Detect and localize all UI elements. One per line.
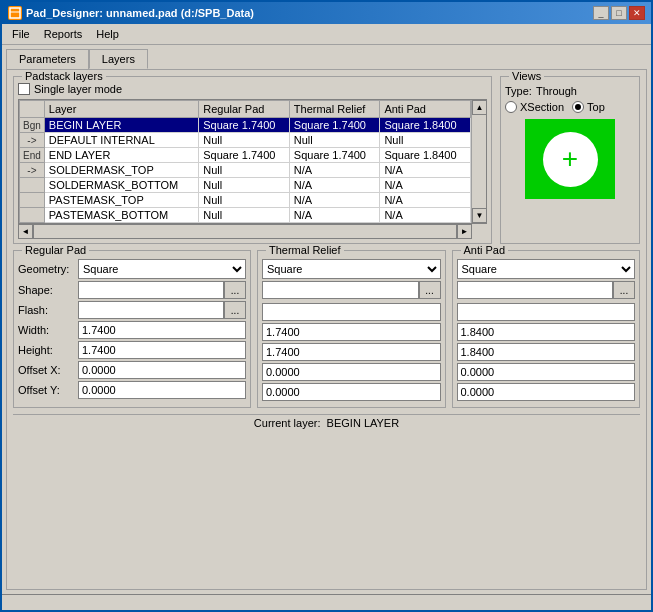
bottom-section: Regular Pad Geometry: Square Shape: bbox=[13, 250, 640, 408]
col-prefix bbox=[20, 101, 45, 118]
row-thermal-4: N/A bbox=[289, 178, 380, 193]
table-row[interactable]: -> SOLDERMASK_TOP Null N/A N/A bbox=[20, 163, 471, 178]
table-row[interactable]: Bgn BEGIN LAYER Square 1.7400 Square 1.7… bbox=[20, 118, 471, 133]
menu-help[interactable]: Help bbox=[90, 26, 125, 42]
offset-y-row: Offset Y: bbox=[18, 381, 246, 399]
table-wrapper: Layer Regular Pad Thermal Relief Anti Pa… bbox=[18, 99, 487, 239]
thermal-shape-browse-button[interactable]: ... bbox=[419, 281, 441, 299]
flash-browse-button[interactable]: ... bbox=[224, 301, 246, 319]
shape-input[interactable] bbox=[78, 281, 224, 299]
row-prefix-0: Bgn bbox=[20, 118, 45, 133]
close-button[interactable]: ✕ bbox=[629, 6, 645, 20]
tab-parameters[interactable]: Parameters bbox=[6, 49, 89, 69]
offset-y-input[interactable] bbox=[78, 381, 246, 399]
type-row: Type: Through bbox=[505, 85, 635, 97]
geometry-select-wrap: Square bbox=[78, 259, 246, 279]
radio-xsection[interactable]: XSection bbox=[505, 101, 564, 113]
thermal-offset-y-input[interactable] bbox=[262, 383, 441, 401]
scroll-up-button[interactable]: ▲ bbox=[472, 100, 487, 115]
row-regular-1: Null bbox=[199, 133, 290, 148]
anti-offset-x-input[interactable] bbox=[457, 363, 636, 381]
table-row[interactable]: PASTEMASK_BOTTOM Null N/A N/A bbox=[20, 208, 471, 223]
anti-shape-browse-button[interactable]: ... bbox=[613, 281, 635, 299]
bottom-status-bar bbox=[2, 594, 651, 610]
row-prefix-1: -> bbox=[20, 133, 45, 148]
radio-top-input[interactable] bbox=[572, 101, 584, 113]
anti-height-input[interactable] bbox=[457, 343, 636, 361]
flash-row: Flash: ... bbox=[18, 301, 246, 319]
thermal-offset-x-input[interactable] bbox=[262, 363, 441, 381]
row-anti-5: N/A bbox=[380, 193, 471, 208]
offset-x-input[interactable] bbox=[78, 361, 246, 379]
thermal-width-input[interactable] bbox=[262, 323, 441, 341]
padstack-group: Padstack layers Single layer mode bbox=[13, 76, 492, 244]
maximize-button[interactable]: □ bbox=[611, 6, 627, 20]
views-group-label: Views bbox=[509, 70, 544, 82]
table-row[interactable]: SOLDERMASK_BOTTOM Null N/A N/A bbox=[20, 178, 471, 193]
scroll-down-button[interactable]: ▼ bbox=[472, 208, 487, 223]
thermal-geometry-select[interactable]: Square bbox=[262, 259, 441, 279]
flash-input[interactable] bbox=[78, 301, 224, 319]
anti-offset-y-input[interactable] bbox=[457, 383, 636, 401]
main-window: Pad_Designer: unnamed.pad (d:/SPB_Data) … bbox=[0, 0, 653, 612]
row-regular-5: Null bbox=[199, 193, 290, 208]
menu-file[interactable]: File bbox=[6, 26, 36, 42]
geometry-select[interactable]: Square bbox=[78, 259, 246, 279]
single-layer-checkbox[interactable] bbox=[18, 83, 30, 95]
geometry-row: Geometry: Square bbox=[18, 259, 246, 279]
height-label: Height: bbox=[18, 344, 78, 356]
row-thermal-5: N/A bbox=[289, 193, 380, 208]
anti-shape-input[interactable] bbox=[457, 281, 614, 299]
vertical-scrollbar[interactable]: ▲ ▼ bbox=[471, 100, 486, 223]
table-row[interactable]: -> DEFAULT INTERNAL Null Null Null bbox=[20, 133, 471, 148]
shape-browse-button[interactable]: ... bbox=[224, 281, 246, 299]
h-scroll-track[interactable] bbox=[33, 224, 457, 239]
row-regular-0: Square 1.7400 bbox=[199, 118, 290, 133]
thermal-width-row bbox=[262, 323, 441, 341]
row-anti-1: Null bbox=[380, 133, 471, 148]
type-label: Type: bbox=[505, 85, 532, 97]
col-regular: Regular Pad bbox=[199, 101, 290, 118]
table-row[interactable]: PASTEMASK_TOP Null N/A N/A bbox=[20, 193, 471, 208]
pad-preview: + bbox=[525, 119, 615, 199]
row-anti-0: Square 1.8400 bbox=[380, 118, 471, 133]
radio-xsection-input[interactable] bbox=[505, 101, 517, 113]
table-scroll-wrapper: Layer Regular Pad Thermal Relief Anti Pa… bbox=[18, 99, 487, 224]
row-layer-0: BEGIN LAYER bbox=[44, 118, 198, 133]
anti-geometry-select-wrap: Square bbox=[457, 259, 636, 279]
row-anti-4: N/A bbox=[380, 178, 471, 193]
row-anti-3: N/A bbox=[380, 163, 471, 178]
thermal-relief-group: Thermal Relief Square ... bbox=[257, 250, 446, 408]
scroll-right-button[interactable]: ► bbox=[457, 224, 472, 239]
thermal-flash-row bbox=[262, 301, 441, 321]
anti-geometry-select[interactable]: Square bbox=[457, 259, 636, 279]
radio-top-label: Top bbox=[587, 101, 605, 113]
menu-reports[interactable]: Reports bbox=[38, 26, 89, 42]
thermal-height-input[interactable] bbox=[262, 343, 441, 361]
tab-layers[interactable]: Layers bbox=[89, 49, 148, 69]
thermal-height-row bbox=[262, 343, 441, 361]
row-layer-5: PASTEMASK_TOP bbox=[44, 193, 198, 208]
minimize-button[interactable]: _ bbox=[593, 6, 609, 20]
row-layer-2: END LAYER bbox=[44, 148, 198, 163]
anti-offset-y-row bbox=[457, 383, 636, 401]
anti-flash-input[interactable] bbox=[457, 303, 636, 321]
thermal-offset-y-row bbox=[262, 383, 441, 401]
thermal-flash-input[interactable] bbox=[262, 303, 441, 321]
scroll-track[interactable] bbox=[472, 115, 486, 208]
table-row[interactable]: End END LAYER Square 1.7400 Square 1.740… bbox=[20, 148, 471, 163]
height-input[interactable] bbox=[78, 341, 246, 359]
anti-offset-x-row bbox=[457, 363, 636, 381]
anti-width-input[interactable] bbox=[457, 323, 636, 341]
shape-label: Shape: bbox=[18, 284, 78, 296]
padstack-group-label: Padstack layers bbox=[22, 70, 106, 82]
anti-height-row bbox=[457, 343, 636, 361]
thermal-shape-input[interactable] bbox=[262, 281, 419, 299]
row-layer-1: DEFAULT INTERNAL bbox=[44, 133, 198, 148]
scroll-left-button[interactable]: ◄ bbox=[18, 224, 33, 239]
radio-top[interactable]: Top bbox=[572, 101, 605, 113]
row-prefix-3: -> bbox=[20, 163, 45, 178]
width-input[interactable] bbox=[78, 321, 246, 339]
top-section: Padstack layers Single layer mode bbox=[13, 76, 640, 244]
radio-xsection-label: XSection bbox=[520, 101, 564, 113]
